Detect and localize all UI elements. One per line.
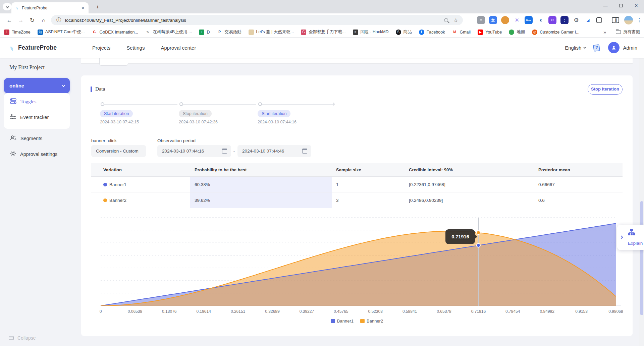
- timeline-connector: [182, 104, 256, 105]
- bookmark-item[interactable]: 知ASP.NET Core中使...: [38, 29, 85, 35]
- project-title: My First Project: [9, 64, 45, 70]
- bookmark-item[interactable]: ≡問題 - HackMD: [353, 29, 389, 35]
- address-bar[interactable]: ⓘ localhost:4009/My_First_Project/online…: [51, 15, 463, 25]
- event-tracker-icon: [10, 114, 16, 121]
- language-selector[interactable]: English: [565, 45, 586, 51]
- list-extension-icon[interactable]: ≡: [477, 16, 485, 24]
- user-menu[interactable]: Admin: [608, 42, 637, 53]
- x-tick-label: 0.9153: [575, 309, 588, 314]
- bookmark-item[interactable]: GGoDEX Internation...: [92, 30, 138, 35]
- bookmark-favicon: +: [199, 30, 204, 35]
- timeline-event-badge[interactable]: Start iteration: [100, 110, 133, 117]
- section-title: Data: [95, 86, 105, 92]
- tab-search-button[interactable]: [3, 3, 11, 10]
- back-icon[interactable]: ←: [5, 16, 14, 25]
- bookmark-item[interactable]: ✎在树莓派4B上使用....: [145, 29, 192, 35]
- sidebar-item-approval-settings[interactable]: Approval settings: [10, 151, 57, 158]
- bookmark-item[interactable]: ▶YouTube: [478, 30, 502, 35]
- bookmark-item[interactable]: MGmail: [452, 30, 471, 35]
- reload-icon[interactable]: ↻: [28, 16, 37, 25]
- table-header-cell: Variation: [91, 163, 190, 177]
- partial-button[interactable]: [99, 58, 128, 66]
- chevron-right-icon: [620, 236, 623, 239]
- hover-marker-Banner2: [477, 231, 480, 234]
- nav-settings[interactable]: Settings: [126, 45, 145, 51]
- observation-to-input[interactable]: 2024-03-10 07:44:46: [237, 145, 311, 157]
- timeline-event-time: 2024-03-10 07:42:15: [100, 120, 139, 124]
- bookmark-item[interactable]: ◎Customize Gamer I...: [532, 30, 579, 35]
- bookmark-item[interactable]: fFacebook: [419, 30, 445, 35]
- badge-22-extension-icon[interactable]: 22: [548, 16, 556, 24]
- sidebar-item-segments[interactable]: Segments: [10, 135, 42, 142]
- legend-swatch: [360, 319, 365, 323]
- distribution-chart[interactable]: [91, 216, 623, 307]
- metric-type-select[interactable]: Conversion - Custom: [91, 145, 146, 157]
- semicolon-extension-icon[interactable]: ;: [560, 16, 569, 24]
- bookmark-label: GoDEX Internation...: [99, 30, 138, 35]
- new-tab-button[interactable]: +: [93, 3, 102, 11]
- bookmark-favicon: ✎: [145, 30, 151, 35]
- legend-swatch: [331, 319, 335, 323]
- side-panel-icon[interactable]: ▐: [612, 17, 619, 23]
- approval-settings-icon: [10, 151, 16, 158]
- brand-logo[interactable]: FeatureProbe: [7, 43, 69, 53]
- timeline-event-time: 2024-03-10 07:44:16: [258, 120, 297, 124]
- help-icon[interactable]: ?: [592, 43, 601, 52]
- timeline-event-badge[interactable]: Start iteration: [258, 110, 290, 117]
- window-minimize-button[interactable]: —: [598, 0, 613, 11]
- timeline-event-badge[interactable]: Stop iteration: [179, 110, 212, 117]
- window-maximize-button[interactable]: [613, 0, 629, 11]
- new-badge-extension-icon[interactable]: New: [525, 16, 533, 24]
- sail-extension-icon[interactable]: ◢: [584, 16, 592, 24]
- stop-iteration-button[interactable]: Stop iteration: [588, 84, 623, 95]
- info-icon[interactable]: ⓘ: [56, 17, 61, 23]
- bookmark-item[interactable]: +D: [199, 30, 210, 35]
- bookmark-item[interactable]: G全部都想手刀下載...: [301, 29, 345, 35]
- environment-select[interactable]: online: [4, 78, 70, 93]
- bookmark-item[interactable]: S商品: [396, 29, 412, 35]
- page-scrollbar[interactable]: [639, 38, 644, 346]
- cookie-extension-icon[interactable]: [501, 16, 509, 24]
- bookmark-favicon: 知: [38, 30, 43, 35]
- collapse-button[interactable]: Collapse: [9, 335, 36, 341]
- bookmarks-overflow-button[interactable]: »: [603, 30, 606, 35]
- spark-extension-icon[interactable]: ✳: [513, 16, 521, 24]
- bookmark-item[interactable]: P交易活動: [217, 29, 241, 35]
- ink-extension-icon[interactable]: k: [537, 16, 545, 24]
- nav-projects[interactable]: Projects: [92, 45, 110, 51]
- table-header-cell: Probability to be the best: [190, 163, 332, 177]
- sidebar-item-event-tracker[interactable]: Event tracker: [10, 114, 49, 121]
- zoom-icon[interactable]: [444, 18, 448, 22]
- table-cell-sample-size: 3: [332, 192, 405, 208]
- star-icon[interactable]: ☆: [453, 17, 458, 23]
- legend-item-Banner2[interactable]: Banner2: [360, 319, 383, 324]
- calendar-icon[interactable]: [302, 149, 307, 154]
- explain-button[interactable]: Explain: [617, 225, 644, 250]
- tab-favicon: [15, 5, 19, 10]
- timeline-node: [179, 102, 183, 106]
- bookmark-item[interactable]: Let's 蔓 | 天然果乾...: [249, 29, 294, 35]
- sidebar-item-toggles[interactable]: Toggles: [10, 98, 36, 105]
- close-tab-icon[interactable]: ×: [80, 5, 86, 11]
- browser-tab[interactable]: FeatureProbe ×: [11, 2, 89, 13]
- browser-menu-icon[interactable]: ⋮: [636, 16, 643, 24]
- calendar-icon[interactable]: [222, 149, 227, 154]
- bookmark-label: 全部都想手刀下載...: [309, 29, 345, 35]
- observation-from-input[interactable]: 2024-03-10 07:44:16: [157, 145, 231, 157]
- forward-icon[interactable]: →: [16, 16, 25, 25]
- gear-extension-icon[interactable]: ⚙: [572, 16, 580, 24]
- translate-extension-icon[interactable]: 文: [489, 16, 497, 24]
- metric-name-label: banner_click: [91, 138, 117, 143]
- legend-item-Banner1[interactable]: Banner1: [331, 319, 354, 324]
- puzzle-extension-icon[interactable]: [596, 17, 602, 23]
- bookmark-item[interactable]: 地圖: [509, 29, 525, 35]
- all-bookmarks-button[interactable]: 所有書籤: [616, 29, 640, 35]
- sidebar-item-label: Event tracker: [20, 115, 49, 120]
- x-tick-label: 0.98068: [608, 309, 623, 314]
- window-close-button[interactable]: ×: [629, 0, 644, 11]
- bookmark-item[interactable]: LTimeZone: [4, 30, 31, 35]
- scrollbar-thumb[interactable]: [640, 201, 643, 315]
- browser-profile-avatar[interactable]: [624, 16, 633, 24]
- home-icon[interactable]: ⌂: [39, 16, 48, 25]
- nav-approval-center[interactable]: Approval center: [161, 45, 196, 51]
